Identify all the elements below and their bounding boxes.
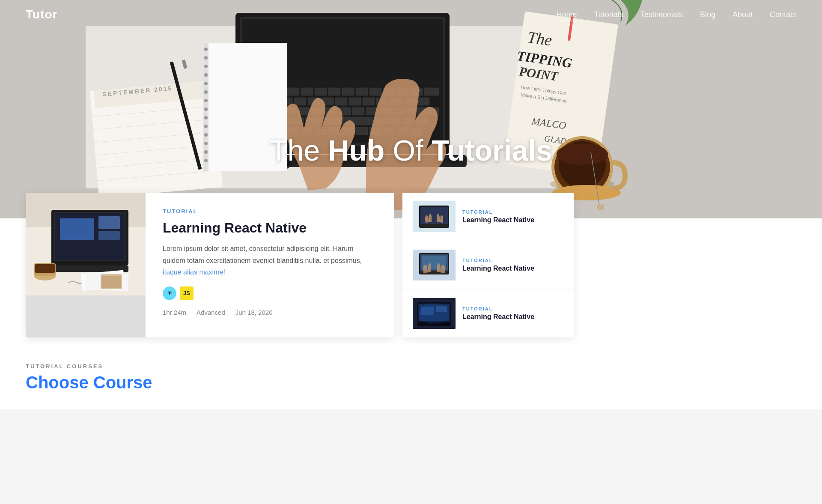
nav-item-about[interactable]: About [733, 10, 753, 19]
hero-title: The Hub Of Tutorials [0, 134, 822, 167]
svg-text:The: The [527, 28, 553, 49]
main-card-description: Lorem ipsum dolor sit amet, consectetur … [163, 243, 377, 278]
nav-item-contact[interactable]: Contact [770, 10, 796, 19]
navbar: Tutor Home Tutorials Testimonials Blog A… [0, 0, 822, 29]
svg-rect-34 [417, 98, 429, 105]
nav-item-blog[interactable]: Blog [700, 10, 715, 19]
tech-tag-react: ⚛ [163, 286, 176, 300]
side-card-1-body: TUTORIAL Learning React Native [462, 209, 563, 224]
svg-rect-29 [349, 98, 361, 105]
main-content: TUTORIAL Learning React Native Lorem ips… [0, 193, 822, 409]
svg-point-85 [204, 82, 208, 85]
svg-point-89 [204, 116, 208, 119]
svg-point-81 [204, 48, 208, 51]
side-card-3-badge: TUTORIAL [462, 306, 563, 311]
side-card-3-illustration [413, 298, 456, 329]
card-duration: 1hr 24m [163, 309, 186, 316]
side-card-1[interactable]: TUTORIAL Learning React Native [402, 193, 574, 241]
svg-rect-15 [342, 88, 354, 95]
svg-point-83 [204, 65, 208, 68]
main-featured-card[interactable]: TUTORIAL Learning React Native Lorem ips… [26, 193, 394, 337]
svg-rect-42 [352, 107, 364, 115]
courses-section-label: TUTORIAL COURSES [26, 363, 796, 370]
nav-item-tutorials[interactable]: Tutorials [594, 10, 623, 19]
side-card-1-title: Learning React Native [462, 216, 563, 224]
nav-item-testimonials[interactable]: Testimonials [640, 10, 683, 19]
svg-point-86 [204, 90, 208, 94]
side-card-2-title: Learning React Native [462, 265, 563, 272]
nav-links: Home Tutorials Testimonials Blog About C… [556, 10, 796, 19]
featured-section: TUTORIAL Learning React Native Lorem ips… [26, 193, 796, 337]
main-card-description-link[interactable]: itaque alias maxime! [163, 268, 225, 276]
side-card-1-illustration [413, 201, 456, 232]
courses-section: TUTORIAL COURSES Choose Course [26, 337, 796, 409]
tech-tag-js: JS [180, 286, 194, 300]
side-card-1-image [413, 201, 456, 232]
svg-point-90 [204, 125, 208, 128]
main-card-title: Learning React Native [163, 220, 377, 236]
nav-link-testimonials[interactable]: Testimonials [640, 10, 683, 19]
hero-illustration: SEPTEMBER 2015 [0, 0, 822, 218]
svg-point-84 [204, 73, 208, 77]
main-card-body: TUTORIAL Learning React Native Lorem ips… [146, 193, 394, 337]
side-card-3-body: TUTORIAL Learning React Native [462, 306, 563, 321]
side-card-2-body: TUTORIAL Learning React Native [462, 258, 563, 272]
svg-point-82 [204, 56, 208, 60]
svg-rect-17 [369, 88, 381, 95]
svg-rect-132 [420, 207, 448, 224]
svg-rect-129 [101, 276, 121, 288]
side-cards-container: TUTORIAL Learning React Native [402, 193, 574, 337]
tech-tags: ⚛ JS [163, 286, 377, 300]
svg-point-87 [204, 99, 208, 102]
hero-text: The Hub Of Tutorials [0, 134, 822, 167]
svg-rect-16 [356, 88, 368, 95]
svg-rect-119 [60, 218, 94, 240]
side-card-2[interactable]: TUTORIAL Learning React Native [402, 241, 574, 289]
side-card-3-image [413, 298, 456, 329]
svg-rect-13 [315, 88, 327, 95]
svg-rect-30 [363, 98, 375, 105]
svg-rect-12 [301, 88, 313, 95]
main-card-image [26, 193, 146, 337]
svg-point-88 [204, 107, 208, 111]
nav-link-home[interactable]: Home [556, 10, 577, 21]
svg-rect-125 [35, 264, 55, 273]
brand-logo[interactable]: Tutor [26, 8, 57, 21]
nav-link-contact[interactable]: Contact [770, 10, 796, 19]
card-level: Advanced [197, 309, 225, 316]
nav-link-blog[interactable]: Blog [700, 10, 715, 19]
side-card-2-badge: TUTORIAL [462, 258, 563, 263]
svg-point-147 [419, 303, 449, 324]
hero-section: SEPTEMBER 2015 [0, 0, 822, 218]
side-card-2-illustration [413, 250, 456, 280]
svg-rect-14 [328, 88, 340, 95]
svg-rect-11 [287, 88, 299, 95]
svg-rect-25 [294, 98, 306, 105]
nav-link-about[interactable]: About [733, 10, 753, 19]
card-date: Jun 18, 2020 [235, 309, 273, 316]
side-card-3[interactable]: TUTORIAL Learning React Native [402, 289, 574, 337]
side-card-2-image [413, 250, 456, 280]
svg-rect-120 [98, 216, 120, 229]
main-card-badge: TUTORIAL [163, 208, 377, 215]
nav-item-home[interactable]: Home [556, 10, 577, 19]
svg-rect-133 [420, 224, 448, 228]
courses-section-title[interactable]: Choose Course [26, 373, 796, 392]
nav-link-tutorials[interactable]: Tutorials [594, 10, 623, 19]
svg-rect-21 [424, 88, 439, 95]
card-meta: 1hr 24m Advanced Jun 18, 2020 [163, 309, 377, 316]
card-image-illustration [26, 193, 146, 295]
svg-rect-28 [335, 98, 347, 105]
side-card-3-title: Learning React Native [462, 313, 563, 321]
side-card-1-badge: TUTORIAL [462, 209, 563, 215]
svg-rect-121 [98, 231, 120, 240]
